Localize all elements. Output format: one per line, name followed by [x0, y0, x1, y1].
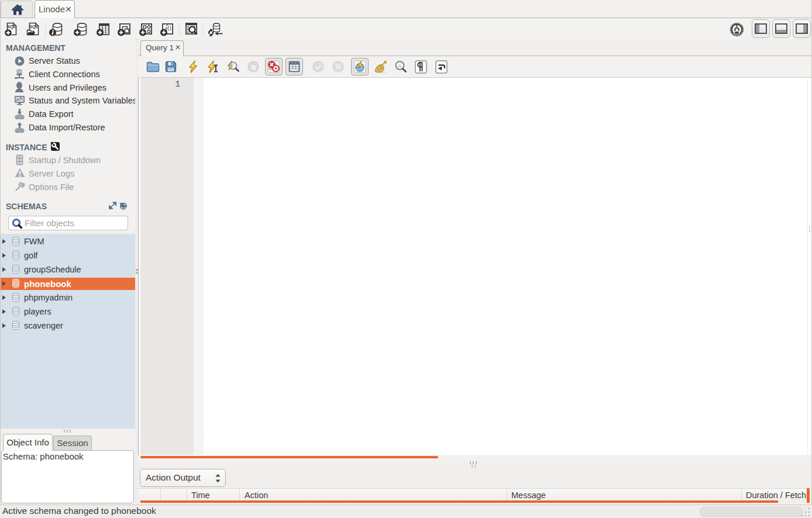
svg-text:A: A	[398, 63, 401, 69]
svg-text:SQL: SQL	[29, 24, 39, 29]
svg-text:SQL: SQL	[7, 24, 16, 29]
